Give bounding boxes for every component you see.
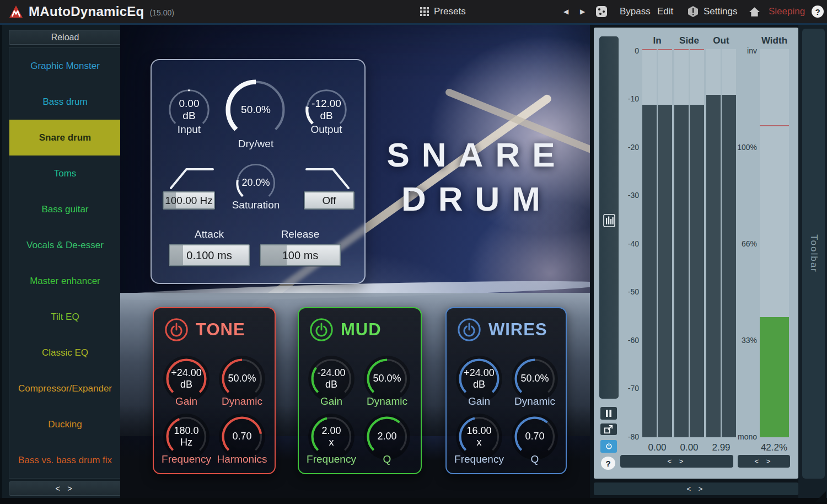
preset-item-classic-eq[interactable]: Classic EQ xyxy=(9,335,121,371)
wires-dynamic-label: Dynamic xyxy=(507,395,562,408)
preset-item-compressor-expander[interactable]: Compressor/Expander xyxy=(9,371,121,406)
home-button[interactable] xyxy=(749,0,760,23)
detach-button[interactable] xyxy=(600,423,617,435)
scale-tick-10: -10 xyxy=(621,94,639,104)
meter-fill xyxy=(674,105,689,437)
scale-tick-70: -70 xyxy=(621,384,639,394)
detach-window-icon xyxy=(604,425,614,434)
dice-icon xyxy=(595,6,608,18)
dry-wet-label: Dry/wet xyxy=(223,138,289,150)
band-card-tone: TONE +24.00 dB 50.0% Gain Dynamic 180.0 … xyxy=(153,307,276,474)
release-value-box[interactable]: 100 ms xyxy=(260,244,341,266)
meter-fill xyxy=(690,105,704,437)
help-button[interactable]: ? xyxy=(812,0,824,23)
bypass-button[interactable]: Bypass xyxy=(620,0,651,23)
output-gain-label: Output xyxy=(302,124,351,136)
meter-value-out: 2.99 xyxy=(704,442,739,453)
presets-label: Presets xyxy=(434,6,466,17)
preset-item-toms[interactable]: Toms xyxy=(9,156,121,191)
melda-logo-icon xyxy=(9,4,23,19)
sidebar-pager-scrollbar[interactable]: < > xyxy=(9,481,121,496)
preset-item-master-enhancer[interactable]: Master enhancer xyxy=(9,263,121,299)
plugin-window: MAutoDynamicEq (15.00) Presets ◀ ▶ Bypas… xyxy=(0,0,827,504)
peak-indicator xyxy=(642,49,657,50)
next-preset-button[interactable]: ▶ xyxy=(580,0,585,23)
meter-header-in: In xyxy=(642,35,672,46)
hero-line-2: DRUM xyxy=(367,177,587,221)
tone-gain-label: Gain xyxy=(159,395,214,408)
resize-handle[interactable] xyxy=(815,491,826,502)
titlebar: MAutoDynamicEq (15.00) Presets ◀ ▶ Bypas… xyxy=(0,0,827,23)
preset-item-graphic-monster[interactable]: Graphic Monster xyxy=(9,48,121,84)
toolbar-label: Toolbar xyxy=(808,234,819,273)
meter-scrollbar-main[interactable]: < > xyxy=(620,455,733,468)
preset-list: Graphic Monster Bass drum Snare drum Tom… xyxy=(9,47,121,479)
scale-tick-40: -40 xyxy=(621,239,639,249)
width-meter-fill xyxy=(760,317,789,437)
preset-item-tilt-eq[interactable]: Tilt EQ xyxy=(9,299,121,335)
meter-bar-out-left xyxy=(706,49,721,437)
attack-value: 0.100 ms xyxy=(186,249,232,262)
scale-tick-20: -20 xyxy=(621,143,639,153)
dry-wet-knob[interactable]: 50.0% xyxy=(223,77,289,143)
meter-fill xyxy=(658,105,672,437)
settings-button[interactable]: Settings xyxy=(704,0,737,23)
meter-help-button[interactable]: ? xyxy=(601,457,615,470)
band-card-mud: MUD -24.00 dB 50.0% Gain Dynamic 2.00 x … xyxy=(298,307,422,474)
preset-item-bass-drum[interactable]: Bass drum xyxy=(9,84,121,120)
presets-button[interactable]: Presets xyxy=(420,0,466,23)
saturation-knob[interactable]: 20.0% xyxy=(234,161,278,205)
edit-button[interactable]: Edit xyxy=(657,0,673,23)
help-icon: ? xyxy=(812,6,824,18)
band-card-wires: WIRES +24.00 dB 50.0% Gain Dynamic 16.00… xyxy=(445,307,567,474)
meter-bottom-scrollbar[interactable]: < > xyxy=(594,482,798,495)
warning-hexagon-icon xyxy=(687,6,699,18)
meter-fill xyxy=(722,95,736,437)
power-band-icon[interactable] xyxy=(457,317,482,342)
wires-q-label: Q xyxy=(507,453,562,465)
meter-power-button[interactable] xyxy=(600,440,617,453)
prev-preset-button[interactable]: ◀ xyxy=(563,0,568,23)
scale-tick-30: -30 xyxy=(621,191,639,201)
power-band-icon[interactable] xyxy=(309,317,334,342)
attack-value-box[interactable]: 0.100 ms xyxy=(169,244,250,266)
meter-scrollbar-width[interactable]: < > xyxy=(738,455,790,468)
meter-value-width: 42.2% xyxy=(756,442,792,453)
width-scale-33: 33% xyxy=(735,336,757,346)
preset-item-vocals-deesser[interactable]: Vocals & De-esser xyxy=(9,227,121,263)
band-title-mud: MUD xyxy=(341,317,382,342)
scale-tick-0: 0 xyxy=(621,46,639,56)
sleeping-status[interactable]: Sleeping xyxy=(769,0,805,23)
meter-panel: In Side Out Width 0 -10 -20 -30 -40 -50 … xyxy=(594,28,798,479)
band-title-wires: WIRES xyxy=(488,317,547,342)
preset-item-ducking[interactable]: Ducking xyxy=(9,406,121,442)
tone-frequency-label: Frequency xyxy=(159,453,214,465)
mud-dynamic-label: Dynamic xyxy=(359,395,415,408)
mud-gain-label: Gain xyxy=(304,395,359,408)
lowpass-value-box[interactable]: Off xyxy=(304,191,355,210)
power-band-icon[interactable] xyxy=(164,317,189,342)
preset-item-bass-guitar[interactable]: Bass guitar xyxy=(9,191,121,227)
meter-bar-side-left xyxy=(674,49,689,437)
highpass-value-box[interactable]: 100.00 Hz xyxy=(163,191,215,210)
width-scale-100: 100% xyxy=(735,143,757,153)
wires-frequency-label: Frequency xyxy=(452,453,507,465)
meter-header-out: Out xyxy=(706,35,736,46)
preset-item-snare-drum-selected[interactable]: Snare drum xyxy=(9,120,121,156)
toolbar-strip[interactable]: Toolbar xyxy=(802,29,825,479)
randomize-button[interactable] xyxy=(595,0,608,23)
hero-line-1: SNARE xyxy=(367,133,587,177)
reload-button[interactable]: Reload xyxy=(9,30,121,45)
meter-bar-in-right xyxy=(658,49,672,437)
pause-button[interactable] xyxy=(600,407,617,420)
preset-item-bass-vs-bass-drum[interactable]: Bass vs. bass drum fix xyxy=(9,442,121,478)
plugin-title: MAutoDynamicEq xyxy=(29,4,144,19)
meter-header-side: Side xyxy=(674,35,704,46)
meter-value-in: 0.00 xyxy=(640,442,675,453)
lowpass-value: Off xyxy=(323,195,336,207)
mud-frequency-label: Frequency xyxy=(304,453,359,465)
meter-header-width: Width xyxy=(760,35,789,46)
meter-zoom-slider[interactable] xyxy=(599,36,619,399)
warning-button[interactable] xyxy=(687,0,699,23)
home-icon xyxy=(749,6,760,17)
